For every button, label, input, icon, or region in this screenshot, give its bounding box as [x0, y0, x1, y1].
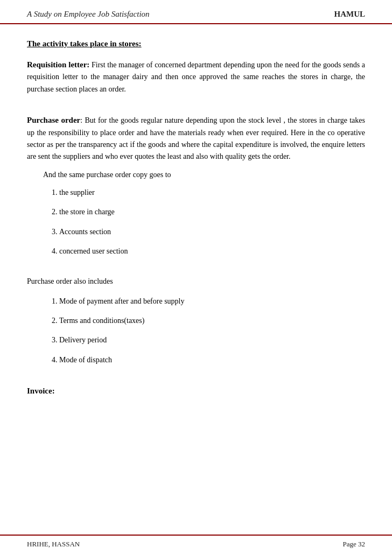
list-item: Delivery period	[59, 334, 365, 346]
purchase-order-list: the supplier the store in charge Account…	[59, 187, 365, 258]
purchase-includes-list: Mode of payment after and before supply …	[59, 296, 365, 367]
page-header: A Study on Employee Job Satisfaction HAM…	[0, 0, 392, 24]
page-footer: HRIHE, HASSAN Page 32	[0, 535, 392, 555]
list-item: Terms and conditions(taxes)	[59, 315, 365, 327]
spacer-2	[27, 265, 365, 276]
spacer-1	[27, 103, 365, 114]
header-brand: HAMUL	[334, 10, 366, 19]
requisition-paragraph: Requisition letter: First the manager of…	[27, 58, 365, 95]
requisition-label: Requisition letter:	[27, 60, 89, 69]
footer-left: HRIHE, HASSAN	[27, 540, 80, 549]
page: A Study on Employee Job Satisfaction HAM…	[0, 0, 392, 555]
page-content: The activity takes place in stores: Requ…	[0, 24, 392, 416]
list-item: the supplier	[59, 187, 365, 199]
header-title: A Study on Employee Job Satisfaction	[27, 10, 150, 19]
list-item: the store in charge	[59, 206, 365, 218]
footer-right: Page 32	[342, 540, 365, 549]
invoice-heading: Invoice:	[27, 384, 365, 397]
purchase-also-includes-text: Purchase order also includes	[27, 276, 365, 287]
spacer-3	[27, 374, 365, 384]
invoice-label: Invoice:	[27, 387, 55, 395]
list-item: Mode of dispatch	[59, 354, 365, 366]
purchase-order-label: Purchase order	[27, 116, 80, 124]
list-item: concerned user section	[59, 245, 365, 257]
list-item: Accounts section	[59, 226, 365, 238]
section-heading: The activity takes place in stores:	[27, 39, 365, 48]
copy-goes-to-text: And the same purchase order copy goes to	[43, 171, 365, 179]
purchase-order-paragraph: Purchase order: But for the goods regula…	[27, 114, 365, 163]
list-item: Mode of payment after and before supply	[59, 296, 365, 307]
